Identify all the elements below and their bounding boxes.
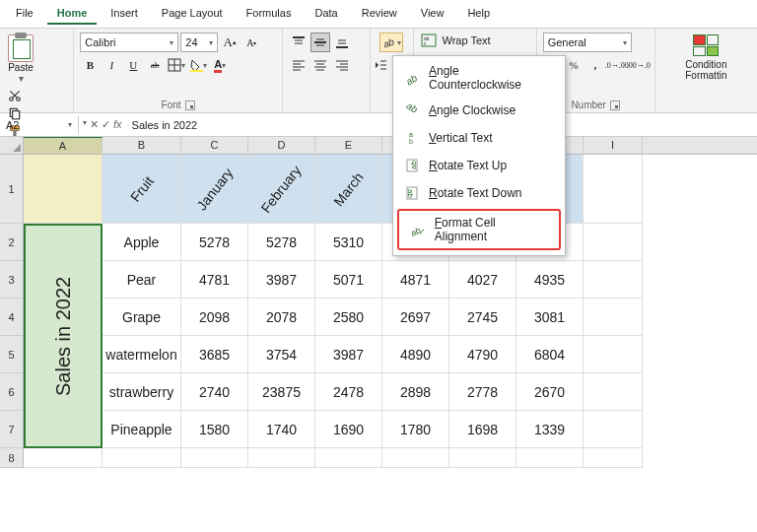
cell[interactable] [584, 224, 643, 261]
row-header-3[interactable]: 3 [0, 261, 23, 299]
data-cell[interactable]: 3987 [315, 336, 382, 373]
number-format-select[interactable]: General▾ [543, 33, 632, 52]
data-cell[interactable]: 2745 [449, 299, 516, 336]
menu-home[interactable]: Home [47, 3, 98, 25]
align-bottom-button[interactable] [332, 33, 352, 52]
data-cell[interactable]: 4790 [449, 336, 516, 373]
cell[interactable] [584, 448, 643, 468]
data-cell[interactable]: Apple [103, 224, 181, 261]
cell[interactable] [24, 448, 103, 468]
font-size-select[interactable]: 24▾ [180, 33, 218, 52]
cell[interactable] [248, 448, 315, 468]
italic-button[interactable]: I [102, 55, 121, 75]
orientation-angle-ccw[interactable]: abAngle Counterclockwise [393, 59, 565, 97]
col-header-E[interactable]: E [315, 137, 382, 154]
data-cell[interactable]: 1780 [382, 411, 449, 448]
data-cell[interactable]: 3685 [181, 336, 248, 373]
orientation-button[interactable]: ab▾ [379, 33, 403, 52]
percent-button[interactable]: % [564, 55, 584, 75]
data-cell[interactable]: 23875 [248, 373, 315, 411]
cell[interactable] [449, 448, 516, 468]
orientation-vertical[interactable]: abVertical Text [393, 124, 565, 152]
cell-a1[interactable] [24, 155, 103, 224]
cell[interactable] [584, 336, 643, 373]
data-cell[interactable]: 1339 [516, 411, 584, 448]
data-cell[interactable]: 1740 [248, 411, 315, 448]
cancel-icon[interactable]: ✕ [90, 118, 99, 131]
data-cell[interactable]: Grape [103, 299, 181, 336]
wrap-text-button[interactable]: Wrap Text [443, 34, 491, 46]
increase-decimal-button[interactable]: .0→.00 [607, 55, 627, 75]
row-header-5[interactable]: 5 [0, 336, 23, 373]
menu-page-layout[interactable]: Page Layout [152, 3, 233, 25]
data-cell[interactable]: 2670 [516, 373, 584, 411]
row-header-4[interactable]: 4 [0, 299, 23, 336]
menu-file[interactable]: File [6, 3, 43, 25]
data-cell[interactable]: 2478 [315, 373, 382, 411]
conditional-formatting-button[interactable]: Condition Formattin [665, 59, 747, 81]
bold-button[interactable]: B [80, 55, 100, 75]
merged-title-cell[interactable]: Sales in 2022 [24, 224, 103, 448]
cut-icon[interactable] [6, 88, 24, 103]
row-header-2[interactable]: 2 [0, 224, 23, 261]
row-header-7[interactable]: 7 [0, 411, 23, 448]
orientation-rotate-down[interactable]: abRotate Text Down [393, 179, 565, 207]
col-header-I[interactable]: I [584, 137, 643, 154]
data-cell[interactable]: 2697 [382, 299, 449, 336]
data-cell[interactable]: 2098 [181, 299, 248, 336]
data-cell[interactable]: 4935 [516, 261, 584, 299]
orientation-rotate-up[interactable]: abRotate Text Up [393, 152, 565, 179]
data-cell[interactable]: 2898 [382, 373, 449, 411]
col-header-D[interactable]: D [248, 137, 315, 154]
select-all-corner[interactable] [0, 137, 24, 155]
data-cell[interactable]: strawberry [103, 373, 181, 411]
data-cell[interactable]: 1690 [315, 411, 382, 448]
decrease-decimal-button[interactable]: .00→.0 [629, 55, 649, 75]
data-cell[interactable]: 3987 [248, 261, 315, 299]
data-cell[interactable]: 5310 [315, 224, 382, 261]
align-middle-button[interactable] [310, 33, 330, 52]
col-header-A[interactable]: A [24, 137, 103, 154]
data-cell[interactable]: 2078 [248, 299, 315, 336]
row-header-6[interactable]: 6 [0, 373, 23, 411]
align-top-button[interactable] [289, 33, 309, 52]
menu-formulas[interactable]: Formulas [237, 3, 302, 25]
dialog-launcher-icon[interactable] [610, 100, 620, 110]
menu-review[interactable]: Review [352, 3, 407, 25]
paste-button[interactable]: Paste ▾ [6, 33, 35, 86]
data-cell[interactable]: 5278 [248, 224, 315, 261]
orientation-angle-cw[interactable]: abAngle Clockwise [393, 97, 565, 124]
align-right-button[interactable] [332, 55, 352, 75]
data-cell[interactable]: Pear [103, 261, 181, 299]
font-name-select[interactable]: Calibri▾ [80, 33, 178, 52]
data-cell[interactable]: 5278 [181, 224, 248, 261]
decrease-font-button[interactable]: A▾ [241, 33, 261, 52]
data-cell[interactable]: watermelon [103, 336, 181, 373]
row-header-1[interactable]: 1 [0, 155, 23, 224]
col-header-C[interactable]: C [181, 137, 248, 154]
header-cell[interactable]: January [181, 155, 248, 224]
data-cell[interactable]: 1580 [181, 411, 248, 448]
header-cell[interactable]: March [315, 155, 382, 224]
cell[interactable] [584, 261, 643, 299]
cell[interactable] [181, 448, 248, 468]
align-left-button[interactable] [289, 55, 309, 75]
cell[interactable] [315, 448, 382, 468]
fx-icon[interactable]: fx [113, 118, 122, 131]
dialog-launcher-icon[interactable] [185, 100, 195, 110]
cell[interactable] [103, 448, 181, 468]
menu-data[interactable]: Data [305, 3, 347, 25]
cell[interactable] [516, 448, 584, 468]
data-cell[interactable]: 1698 [449, 411, 516, 448]
underline-button[interactable]: U [123, 55, 143, 75]
menu-help[interactable]: Help [457, 3, 500, 25]
chevron-down-icon[interactable]: ▾ [83, 118, 87, 131]
data-cell[interactable]: 4027 [449, 261, 516, 299]
grid[interactable]: FruitJanuaryFebruaryMarchAprilMayJuneSal… [24, 155, 757, 468]
data-cell[interactable]: 3081 [516, 299, 584, 336]
font-color-button[interactable]: A▾ [210, 55, 230, 75]
cell[interactable] [382, 448, 449, 468]
align-center-button[interactable] [310, 55, 330, 75]
data-cell[interactable]: 5071 [315, 261, 382, 299]
col-header-B[interactable]: B [103, 137, 181, 154]
